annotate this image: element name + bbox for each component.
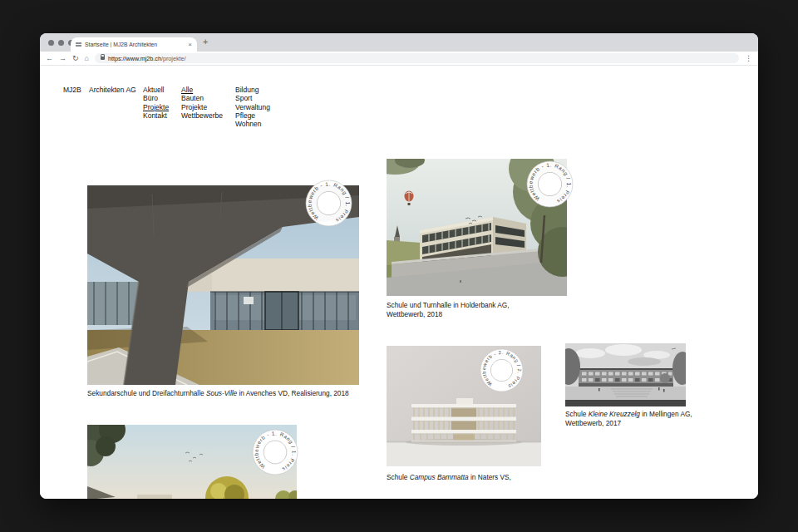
category-wohnen[interactable]: Wohnen [235,120,270,128]
award-stamp: Wettbewerb - 1. Rang / 1. Preis [526,160,574,208]
nav-categories: Bildung Sport Verwaltung Pflege Wohnen [235,86,270,128]
home-icon[interactable]: ⌂ [85,55,89,62]
url-text: https://www.mj2b.ch/projekte/ [108,55,186,62]
category-sport[interactable]: Sport [235,94,270,102]
nav-item-kontakt[interactable]: Kontakt [143,111,169,120]
nav-primary: Aktuell Büro Projekte Kontakt [143,86,169,120]
project-mellingen[interactable] [565,343,686,406]
site-logo[interactable]: MJ2B [63,86,81,94]
project-bottom-left[interactable]: Wettbewerb - 1. Rang / 1. Preis [87,425,297,499]
close-tab-icon[interactable]: × [188,41,192,48]
project-caption-avenches[interactable]: Sekundarschule und Dreifachturnhalle Sou… [87,389,370,398]
category-bildung[interactable]: Bildung [235,86,270,94]
logo-text[interactable]: MJ2B [63,86,81,94]
nav-item-buero[interactable]: Büro [143,94,169,102]
nav-item-aktuell[interactable]: Aktuell [143,86,169,94]
browser-tab[interactable]: Startseite | MJ2B Architekten × [71,37,197,52]
url-domain: https://www.mj2b.ch [108,55,161,62]
project-caption-holderbank[interactable]: Schule und Turnhalle in Holderbank AG, W… [387,301,528,318]
url-path: /projekte/ [161,55,186,62]
project-avenches[interactable]: Wettbewerb - 1. Rang / 1. Preis [87,185,359,385]
url-bar[interactable]: https://www.mj2b.ch/projekte/ [95,53,739,63]
award-stamp: Wettbewerb - 1. Rang / 1. Preis [305,180,352,227]
project-caption-mellingen[interactable]: Schule Kleine Kreuzzelg in Mellingen AG,… [565,410,694,427]
filter-wettbewerbe[interactable]: Wettbewerbe [181,111,223,120]
new-tab-button[interactable]: + [203,37,208,47]
category-verwaltung[interactable]: Verwaltung [235,103,270,111]
browser-toolbar: ← → ↻ ⌂ https://www.mj2b.ch/projekte/ ⋮ [40,52,758,66]
tab-strip: Startseite | MJ2B Architekten × + [40,33,758,52]
award-stamp: Wettbewerb - 2. Rang / 2. Preis [480,348,524,392]
company-name: Architekten AG [89,86,136,94]
tab-title: Startseite | MJ2B Architekten [85,42,185,47]
forward-icon[interactable]: → [59,55,66,62]
back-icon[interactable]: ← [46,55,53,62]
award-stamp: Wettbewerb - 1. Rang / 1. Preis [252,429,298,475]
browser-window: Startseite | MJ2B Architekten × + ← → ↻ … [40,33,758,499]
filter-bauten[interactable]: Bauten [181,94,223,102]
project-caption-naters[interactable]: Schule Campus Bammatta in Naters VS, [387,473,578,482]
page-content: MJ2B Architekten AG Aktuell Büro Projekt… [40,66,758,499]
project-holderbank[interactable]: Wettbewerb - 1. Rang / 1. Preis [387,159,567,296]
nav-item-projekte[interactable]: Projekte [143,103,169,111]
nav-filter: Alle Bauten Projekte Wettbewerbe [181,86,223,120]
project-image-mellingen[interactable] [565,343,686,406]
lock-icon [101,57,105,60]
category-pflege[interactable]: Pflege [235,111,270,120]
browser-menu-icon[interactable]: ⋮ [745,54,752,62]
filter-projekte[interactable]: Projekte [181,103,223,111]
traffic-light-close-icon[interactable] [48,40,54,46]
project-naters[interactable]: Wettbewerb - 2. Rang / 2. Preis [387,346,541,466]
reload-icon[interactable]: ↻ [72,55,79,62]
site-favicon-icon [76,42,81,47]
traffic-light-minimize-icon[interactable] [58,40,64,46]
filter-alle[interactable]: Alle [181,86,223,94]
